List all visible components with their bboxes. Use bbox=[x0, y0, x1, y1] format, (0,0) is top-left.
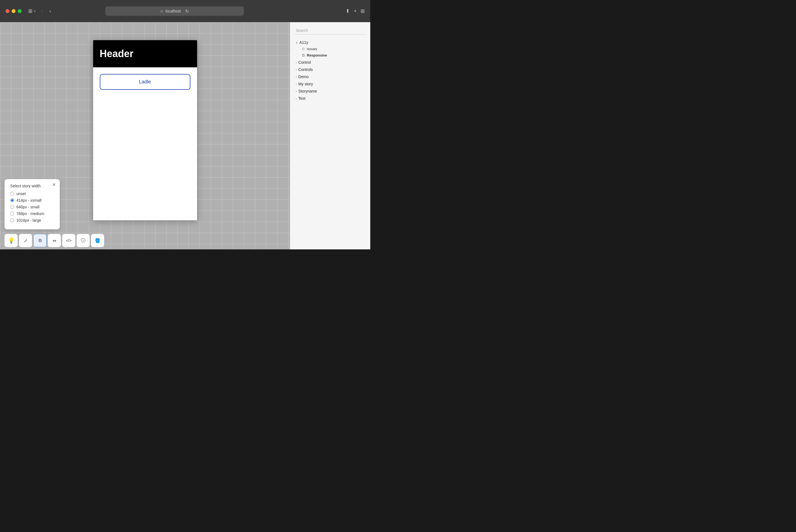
code-button[interactable]: </> bbox=[62, 234, 75, 247]
share-button[interactable]: ⬆ bbox=[346, 8, 350, 14]
story-body: Ladle bbox=[93, 67, 197, 220]
responsive-button[interactable]: ⧉ bbox=[33, 234, 46, 247]
accessibility-icon: ⓘ bbox=[81, 238, 86, 244]
maximize-button[interactable] bbox=[18, 9, 22, 13]
width-radio-768[interactable] bbox=[10, 212, 14, 215]
sidebar-item-demo[interactable]: › Demo bbox=[295, 73, 366, 80]
header-text: Header bbox=[100, 48, 134, 59]
tabs-button[interactable]: ⊞ bbox=[361, 8, 365, 14]
width-radio-414[interactable] bbox=[10, 198, 14, 202]
mobile-frame: Header Ladle bbox=[93, 40, 197, 220]
sidebar: ∨ A11y 🗋 Issues 🗋 Responsive › Control bbox=[290, 22, 370, 249]
tree-group-test: › Test bbox=[295, 95, 366, 102]
code-icon: </> bbox=[66, 238, 72, 243]
file-icon: 🗋 bbox=[302, 47, 305, 51]
reload-button[interactable]: ↻ bbox=[185, 8, 189, 14]
width-radio-640[interactable] bbox=[10, 205, 14, 209]
width-radio-unset[interactable] bbox=[10, 192, 14, 196]
bottom-toolbar: 💡 ⤢ ⧉ ⇔ </> ⓘ 🪣 bbox=[0, 232, 290, 249]
sidebar-item-storyname[interactable]: › Storyname bbox=[295, 88, 366, 94]
url-text: localhost bbox=[166, 9, 181, 13]
main-area: Header Ladle ✕ Select story width unset … bbox=[0, 22, 370, 249]
theme-toggle-button[interactable]: 💡 bbox=[4, 234, 18, 247]
sidebar-toggle[interactable]: ⊞ ∨ bbox=[28, 8, 36, 14]
sidebar-item-control[interactable]: › Control bbox=[295, 59, 366, 66]
sidebar-item-test[interactable]: › Test bbox=[295, 95, 366, 102]
address-bar[interactable]: ⊙ localhost ↻ bbox=[105, 6, 244, 16]
forward-button[interactable]: › bbox=[48, 7, 53, 15]
minimize-button[interactable] bbox=[12, 9, 16, 13]
width-option-unset[interactable]: unset bbox=[10, 191, 54, 196]
tree-group-storyname: › Storyname bbox=[295, 88, 366, 94]
chevron-right-icon: › bbox=[296, 97, 297, 100]
chevron-right-icon: › bbox=[296, 61, 297, 64]
preview-pane: Header Ladle ✕ Select story width unset … bbox=[0, 22, 290, 249]
back-button[interactable]: ‹ bbox=[39, 7, 44, 15]
tree-group-controls: › Controls bbox=[295, 66, 366, 73]
file-icon: 🗋 bbox=[302, 54, 305, 57]
tree-group-my-story: › My story bbox=[295, 81, 366, 87]
chevron-right-icon: › bbox=[296, 82, 297, 86]
theme-icon: 💡 bbox=[8, 237, 15, 244]
chevron-down-icon: ∨ bbox=[296, 41, 298, 44]
fullscreen-icon: ⤢ bbox=[24, 238, 27, 243]
popup-title: Select story width bbox=[10, 184, 54, 188]
rtl-icon: ⇔ bbox=[53, 238, 56, 243]
width-option-414[interactable]: 414px - xsmall bbox=[10, 198, 54, 203]
new-tab-button[interactable]: + bbox=[354, 8, 357, 14]
tree-group-demo: › Demo bbox=[295, 73, 366, 80]
width-option-768[interactable]: 768px - medium bbox=[10, 211, 54, 216]
sidebar-item-controls[interactable]: › Controls bbox=[295, 66, 366, 73]
width-popup: ✕ Select story width unset 414px - xsmal… bbox=[4, 179, 60, 229]
ladle-icon: 🪣 bbox=[95, 238, 100, 243]
sidebar-item-responsive[interactable]: 🗋 Responsive bbox=[300, 52, 366, 58]
a11y-children: 🗋 Issues 🗋 Responsive bbox=[295, 46, 366, 58]
lock-icon: ⊙ bbox=[160, 9, 163, 13]
chevron-right-icon: › bbox=[296, 90, 297, 93]
sidebar-item-a11y[interactable]: ∨ A11y bbox=[295, 39, 366, 46]
fullscreen-button[interactable]: ⤢ bbox=[19, 234, 32, 247]
chevron-right-icon: › bbox=[296, 68, 297, 71]
ladle-info-button[interactable]: 🪣 bbox=[91, 234, 104, 247]
rtl-button[interactable]: ⇔ bbox=[48, 234, 61, 247]
width-option-640[interactable]: 640px - small bbox=[10, 205, 54, 209]
browser-chrome: ⊞ ∨ ‹ › ⊙ localhost ↻ ⬆ + ⊞ bbox=[0, 0, 370, 22]
browser-actions: ⬆ + ⊞ bbox=[346, 8, 365, 14]
chevron-right-icon: › bbox=[296, 75, 297, 78]
tree-group-control: › Control bbox=[295, 59, 366, 66]
sidebar-item-issues[interactable]: 🗋 Issues bbox=[300, 46, 366, 52]
sidebar-item-my-story[interactable]: › My story bbox=[295, 81, 366, 87]
popup-close-button[interactable]: ✕ bbox=[52, 182, 56, 187]
search-input[interactable] bbox=[295, 26, 366, 35]
width-option-1024[interactable]: 1024px - large bbox=[10, 218, 54, 223]
width-radio-1024[interactable] bbox=[10, 218, 14, 222]
tree-group-a11y: ∨ A11y 🗋 Issues 🗋 Responsive bbox=[295, 39, 366, 58]
close-button[interactable] bbox=[5, 9, 10, 13]
traffic-lights bbox=[5, 9, 22, 13]
ladle-button[interactable]: Ladle bbox=[100, 74, 190, 90]
accessibility-button[interactable]: ⓘ bbox=[76, 234, 90, 247]
story-header: Header bbox=[93, 40, 197, 67]
responsive-icon: ⧉ bbox=[39, 238, 42, 243]
